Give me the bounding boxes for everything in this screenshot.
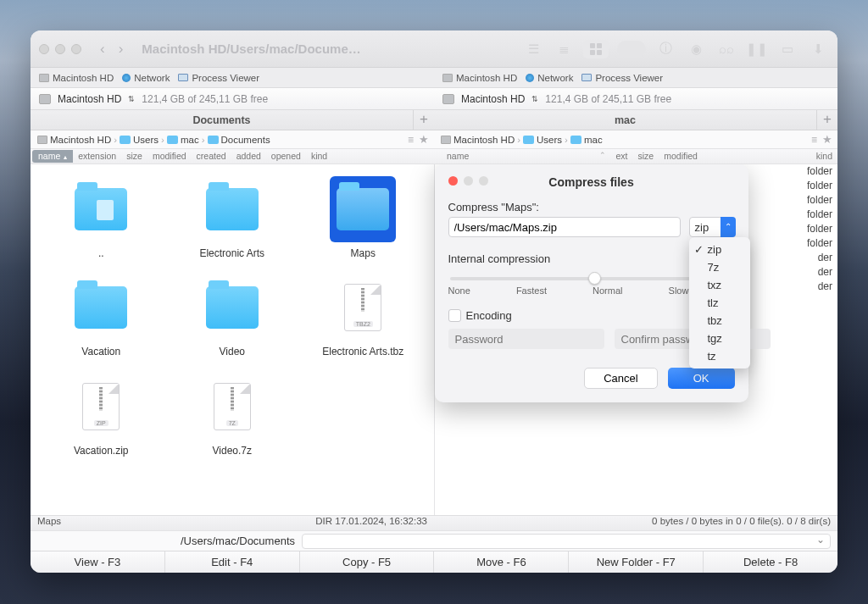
window-title: Macintosh HD/Users/mac/Docume… — [142, 42, 360, 56]
status-info: DIR 17.01.2024, 16:32:33 — [315, 516, 427, 530]
back-button[interactable]: ‹ — [95, 41, 110, 58]
fkey-view[interactable]: View - F3 — [31, 551, 165, 573]
drive-icon — [442, 94, 454, 104]
item-vacation-zip[interactable]: ZIP Vacation.zip — [37, 374, 165, 457]
download-icon[interactable]: ⬇ — [807, 40, 829, 58]
view-grid-icon[interactable] — [583, 40, 609, 58]
breadcrumb-left[interactable]: Macintosh HD› Users› mac› Documents ≡ ★ — [31, 130, 434, 148]
ok-button[interactable]: OK — [668, 368, 735, 389]
drive-icon — [39, 94, 51, 104]
device-bar: Macintosh HD Network Process Viewer Maci… — [31, 68, 837, 88]
pane-left: .. Electronic Arts Maps Vacation Video — [31, 164, 435, 515]
format-option-tgz[interactable]: tgz — [689, 330, 750, 347]
close-icon[interactable] — [39, 44, 49, 54]
item-video[interactable]: Video — [169, 274, 297, 357]
fkey-edit[interactable]: Edit - F4 — [165, 551, 300, 573]
format-option-zip[interactable]: zip — [689, 241, 750, 258]
status-selection: Maps — [37, 516, 61, 530]
nav-back-forward: ‹ › — [95, 41, 128, 58]
device-hd[interactable]: Macintosh HD — [442, 73, 517, 83]
item-electronic-arts[interactable]: Electronic Arts — [169, 176, 297, 259]
list-mode-icon[interactable]: ≡ — [811, 134, 817, 146]
columns-left[interactable]: name extensionsizemodified createdaddedo… — [31, 149, 426, 163]
folder-icon — [167, 136, 178, 144]
zoom-icon[interactable] — [71, 44, 81, 54]
compress-sheet: Compress files Compress "Maps": zip⌃ Int… — [435, 164, 748, 402]
content-area: .. Electronic Arts Maps Vacation Video — [31, 164, 837, 515]
forward-button[interactable]: › — [114, 41, 129, 58]
tab-add-left[interactable]: + — [414, 110, 434, 130]
view-columns-icon[interactable]: ≣ — [553, 40, 575, 58]
item-vacation[interactable]: Vacation — [37, 274, 165, 357]
format-option-7z[interactable]: 7z — [689, 258, 750, 276]
device-bar-left: Macintosh HD Network Process Viewer — [31, 68, 434, 87]
fkey-bar: View - F3 Edit - F4 Copy - F5 Move - F6 … — [31, 551, 837, 573]
device-process-viewer[interactable]: Process Viewer — [581, 73, 663, 83]
tab-mac[interactable]: mac — [434, 110, 817, 130]
view-list-icon[interactable]: ☰ — [522, 40, 544, 58]
format-option-txz[interactable]: txz — [689, 276, 750, 294]
device-bar-right: Macintosh HD Network Process Viewer — [434, 68, 837, 87]
path-bar: /Users/mac/Documents — [31, 530, 837, 551]
slider-knob[interactable] — [588, 272, 601, 285]
minimize-icon[interactable] — [55, 44, 65, 54]
device-network[interactable]: Network — [122, 73, 170, 83]
device-process-viewer[interactable]: Process Viewer — [178, 73, 259, 83]
toggle-icon[interactable] — [617, 41, 646, 58]
cancel-button[interactable]: Cancel — [584, 368, 657, 389]
icon-view: .. Electronic Arts Maps Vacation Video — [31, 164, 434, 468]
format-option-tlz[interactable]: tlz — [689, 294, 750, 312]
device-network[interactable]: Network — [526, 73, 573, 83]
zoom-icon — [479, 176, 488, 186]
status-right: 0 bytes / 0 bytes in 0 / 0 file(s). 0 / … — [434, 516, 837, 530]
item-video-7z[interactable]: 7Z Video.7z — [169, 374, 297, 457]
fkey-copy[interactable]: Copy - F5 — [300, 551, 435, 573]
item-ea-tbz[interactable]: TBZ2 Electronic Arts.tbz — [299, 274, 427, 357]
drive-icon — [441, 136, 451, 144]
drive-left[interactable]: Macintosh HD ⇅ 121,4 GB of 245,11 GB fre… — [31, 88, 434, 109]
binoculars-icon[interactable]: ⌕⌕ — [715, 40, 737, 58]
fkey-newfolder[interactable]: New Folder - F7 — [569, 551, 704, 573]
item-maps[interactable]: Maps — [299, 176, 427, 259]
folder-icon — [570, 136, 581, 144]
path-dropdown[interactable] — [302, 534, 831, 549]
format-select[interactable]: zip⌃ — [689, 217, 735, 237]
item-up[interactable]: .. — [37, 176, 165, 259]
checkbox-icon[interactable] — [448, 309, 461, 322]
list-mode-icon[interactable]: ≡ — [408, 134, 414, 146]
tab-documents[interactable]: Documents — [31, 110, 414, 130]
fkey-move[interactable]: Move - F6 — [434, 551, 569, 573]
tab-add-right[interactable]: + — [817, 110, 837, 130]
toolbar-icons: ☰ ≣ ⓘ ◉ ⌕⌕ ❚❚ ▭ ⬇ — [522, 40, 829, 58]
status-bar: Maps DIR 17.01.2024, 16:32:33 0 bytes / … — [31, 515, 837, 530]
format-option-tbz[interactable]: tbz — [689, 312, 750, 330]
pause-icon[interactable]: ❚❚ — [746, 40, 768, 58]
pane-right: folderfolderfolderfolder folder folderde… — [435, 164, 838, 515]
drive-free: 121,4 GB of 245,11 GB free — [545, 93, 671, 105]
chevron-down-icon[interactable]: ⌃ — [721, 217, 736, 237]
folder-icon — [120, 136, 131, 144]
password-input[interactable] — [448, 329, 604, 349]
drive-updown-icon[interactable]: ⇅ — [128, 95, 135, 103]
format-option-tz[interactable]: tz — [689, 347, 750, 365]
drive-bar: Macintosh HD ⇅ 121,4 GB of 245,11 GB fre… — [31, 88, 837, 110]
display-icon[interactable]: ▭ — [776, 40, 798, 58]
drive-updown-icon[interactable]: ⇅ — [531, 95, 538, 103]
breadcrumb-right[interactable]: Macintosh HD› Users› mac ≡ ★ — [434, 130, 837, 148]
columns-right[interactable]: name⌃ extsize modifiedkind — [426, 149, 837, 163]
status-summary: 0 bytes / 0 bytes in 0 / 0 file(s). 0 / … — [652, 516, 831, 530]
favorite-icon[interactable]: ★ — [822, 133, 832, 146]
column-headers: name extensionsizemodified createdaddedo… — [31, 149, 837, 164]
drive-right[interactable]: Macintosh HD ⇅ 121,4 GB of 245,11 GB fre… — [434, 88, 837, 109]
status-left: Maps DIR 17.01.2024, 16:32:33 — [31, 516, 434, 530]
fkey-delete[interactable]: Delete - F8 — [704, 551, 837, 573]
favorite-icon[interactable]: ★ — [419, 133, 429, 146]
quicklook-icon[interactable]: ◉ — [685, 40, 707, 58]
device-hd[interactable]: Macintosh HD — [39, 73, 114, 83]
close-icon[interactable] — [448, 176, 458, 186]
folder-icon — [208, 136, 219, 144]
destination-input[interactable] — [448, 217, 681, 237]
path-label: /Users/mac/Documents — [31, 535, 302, 547]
tab-bar: Documents + mac + — [31, 110, 837, 130]
info-icon[interactable]: ⓘ — [654, 40, 676, 58]
